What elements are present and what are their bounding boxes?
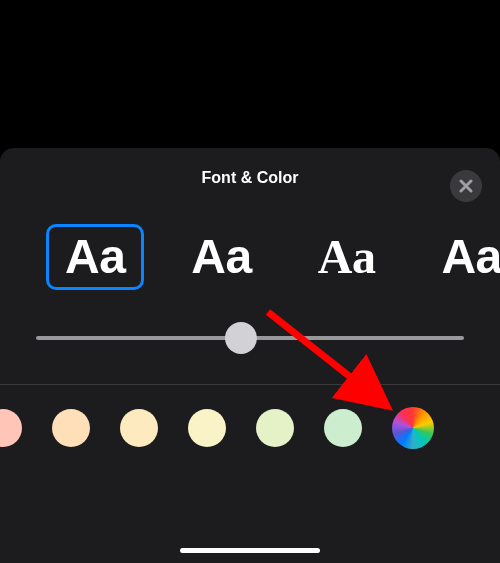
font-color-panel: Font & Color Aa Aa Aa Aa: [0, 148, 500, 563]
font-options-row: Aa Aa Aa Aa: [0, 196, 500, 290]
font-option-sans[interactable]: Aa: [46, 224, 144, 290]
color-swatch-1[interactable]: [52, 409, 90, 447]
color-wheel-button[interactable]: [392, 407, 434, 449]
panel-header: Font & Color: [0, 148, 500, 196]
panel-title: Font & Color: [202, 169, 299, 187]
size-slider[interactable]: [36, 322, 464, 354]
close-icon: [459, 179, 473, 193]
close-button[interactable]: [450, 170, 482, 202]
font-option-alt[interactable]: Aa: [422, 224, 500, 290]
color-swatch-row: [0, 385, 500, 449]
color-swatch-2[interactable]: [120, 409, 158, 447]
home-indicator[interactable]: [180, 548, 320, 553]
font-option-serif[interactable]: Aa: [299, 224, 395, 290]
color-swatch-5[interactable]: [324, 409, 362, 447]
color-swatch-4[interactable]: [256, 409, 294, 447]
color-swatch-0[interactable]: [0, 409, 22, 447]
color-swatch-3[interactable]: [188, 409, 226, 447]
slider-thumb[interactable]: [225, 322, 257, 354]
font-option-rounded[interactable]: Aa: [172, 224, 270, 290]
